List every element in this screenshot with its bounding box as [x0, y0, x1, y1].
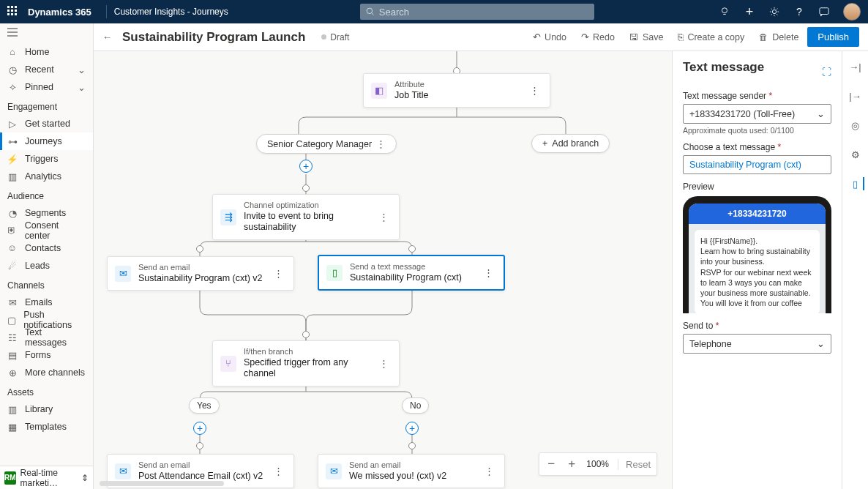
help-icon[interactable]: ?: [793, 6, 805, 18]
copy-button[interactable]: ⎘Create a copy: [672, 29, 750, 45]
save-button[interactable]: 🖫Save: [624, 29, 670, 45]
lightbulb-icon[interactable]: [719, 6, 730, 18]
branch-no[interactable]: No: [402, 397, 429, 414]
zoom-bar: − + 100% Reset: [539, 452, 657, 476]
collapse-in-icon[interactable]: →|: [849, 60, 862, 73]
horizontal-scrollbar[interactable]: [100, 481, 224, 486]
sendto-label: Send to *: [683, 321, 831, 331]
status-badge: Draft: [321, 32, 349, 42]
undo-button[interactable]: ↶Undo: [527, 29, 572, 45]
target-icon[interactable]: ◎: [849, 119, 862, 132]
delete-button[interactable]: 🗑Delete: [753, 29, 804, 45]
settings-rail-icon[interactable]: ⚙: [849, 148, 862, 161]
person-icon: ☺: [7, 243, 18, 253]
nav-library[interactable]: ▥Library: [0, 400, 93, 418]
zoom-reset-button[interactable]: Reset: [618, 459, 651, 470]
library-icon: ▥: [7, 404, 18, 415]
connector-ring: [408, 442, 416, 449]
nav-pinned[interactable]: ✧Pinned⌄: [0, 78, 93, 96]
bolt-icon: ⚡: [7, 154, 18, 165]
node-more-icon[interactable]: ⋮: [271, 268, 286, 279]
nav-journeys[interactable]: ⊶Journeys: [0, 132, 93, 150]
zoom-level: 100%: [586, 459, 609, 469]
chevron-down-icon: ⌄: [78, 82, 86, 93]
template-icon: ▦: [7, 422, 18, 433]
search-icon: [366, 7, 375, 16]
phone-rail-icon[interactable]: ▯: [851, 177, 864, 190]
nav-consent[interactable]: ⛨Consent center: [0, 222, 93, 239]
nav-emails[interactable]: ✉Emails: [0, 294, 93, 311]
gear-icon[interactable]: [768, 6, 780, 18]
pin-icon: ✧: [7, 82, 18, 93]
message-select[interactable]: Sustainability Program (cxt): [683, 155, 831, 174]
redo-button[interactable]: ↷Redo: [575, 29, 621, 45]
chevron-down-icon: ⌄: [817, 338, 825, 349]
journey-canvas[interactable]: ◧ AttributeJob Title ⋮ Senior Category M…: [94, 51, 672, 489]
optimize-icon: ⇶: [220, 209, 236, 225]
nav-segments[interactable]: ◔Segments: [0, 204, 93, 222]
nav-recent[interactable]: ◷Recent⌄: [0, 61, 93, 78]
node-email-sustainability[interactable]: ✉ Send an emailSustainability Program (c…: [107, 256, 294, 291]
expand-icon[interactable]: ⛶: [822, 67, 831, 78]
svg-rect-5: [820, 8, 828, 15]
publish-button[interactable]: Publish: [807, 27, 859, 47]
search-input[interactable]: Search: [360, 4, 594, 20]
node-attribute[interactable]: ◧ AttributeJob Title ⋮: [363, 73, 550, 108]
nav-more-channels[interactable]: ⊕More channels: [0, 364, 93, 381]
hamburger-icon[interactable]: [0, 23, 93, 43]
preview-message: Hi {{FirstName}}. Learn how to bring sus…: [695, 230, 820, 313]
add-branch-button[interactable]: +Add branch: [531, 134, 610, 153]
node-more-icon[interactable]: ⋮: [376, 212, 392, 223]
node-sms-sustainability[interactable]: ▯ Send a text messageSustainability Prog…: [318, 255, 505, 291]
node-more-icon[interactable]: ⋮: [481, 267, 496, 278]
zoom-out-button[interactable]: −: [545, 457, 557, 471]
area-picker[interactable]: RM Real-time marketi… ⇕: [0, 466, 93, 489]
nav-templates[interactable]: ▦Templates: [0, 418, 93, 436]
branch-yes[interactable]: Yes: [189, 397, 220, 414]
nav-text[interactable]: ☷Text messages: [0, 329, 93, 346]
nav-home[interactable]: ⌂Home: [0, 43, 93, 61]
connector-ring: [196, 442, 203, 449]
app-launcher-icon[interactable]: [7, 6, 19, 18]
panel-title: Text message: [683, 60, 764, 75]
svg-line-1: [371, 13, 373, 15]
node-more-icon[interactable]: ⋮: [271, 466, 286, 477]
node-more-icon[interactable]: ⋮: [376, 358, 392, 369]
back-button[interactable]: ←: [102, 31, 112, 42]
sendto-select[interactable]: Telephone⌄: [683, 334, 831, 354]
clock-icon: ◷: [7, 64, 18, 75]
branch-senior-manager[interactable]: Senior Category Manager⋮: [256, 134, 397, 154]
section-channels: Channels: [0, 275, 93, 294]
plus-icon[interactable]: +: [744, 6, 755, 18]
zoom-in-button[interactable]: +: [566, 457, 577, 471]
chat-icon[interactable]: [818, 6, 830, 18]
nav-leads[interactable]: ☄Leads: [0, 257, 93, 275]
mail-icon: ✉: [115, 266, 131, 282]
add-step-button[interactable]: +: [299, 160, 313, 173]
nav-contacts[interactable]: ☺Contacts: [0, 239, 93, 257]
nav-get-started[interactable]: ▷Get started: [0, 115, 93, 132]
nav-triggers[interactable]: ⚡Triggers: [0, 150, 93, 168]
connector-ring: [408, 245, 416, 253]
nav-analytics[interactable]: ▥Analytics: [0, 168, 93, 185]
user-avatar[interactable]: [843, 3, 861, 20]
add-step-button[interactable]: +: [193, 422, 206, 435]
node-if-then[interactable]: ⑂ If/then branchSpecified trigger from a…: [212, 340, 400, 387]
node-more-icon[interactable]: ⋮: [482, 466, 497, 477]
preview-label: Preview: [683, 182, 831, 192]
sender-select[interactable]: +18334231720 (Toll-Free)⌄: [683, 104, 831, 124]
section-assets: Assets: [0, 381, 93, 400]
node-email-missed-you[interactable]: ✉ Send an emailWe missed you! (cxt) v2 ⋮: [318, 454, 505, 488]
quota-text: Approximate quota used: 0/1100: [683, 126, 831, 135]
nav-push[interactable]: ▢Push notifications: [0, 311, 93, 329]
node-channel-optimization[interactable]: ⇶ Channel optimizationInvite to event to…: [212, 194, 400, 240]
collapse-out-icon[interactable]: |→: [849, 89, 862, 102]
add-step-button[interactable]: +: [405, 422, 419, 435]
shield-icon: ⛨: [7, 225, 18, 236]
copy-icon: ⎘: [678, 32, 684, 42]
branch-more-icon[interactable]: ⋮: [376, 138, 386, 149]
connector-ring: [196, 245, 203, 253]
nav-forms[interactable]: ▤Forms: [0, 346, 93, 364]
save-icon: 🖫: [629, 32, 639, 42]
node-more-icon[interactable]: ⋮: [527, 85, 542, 96]
